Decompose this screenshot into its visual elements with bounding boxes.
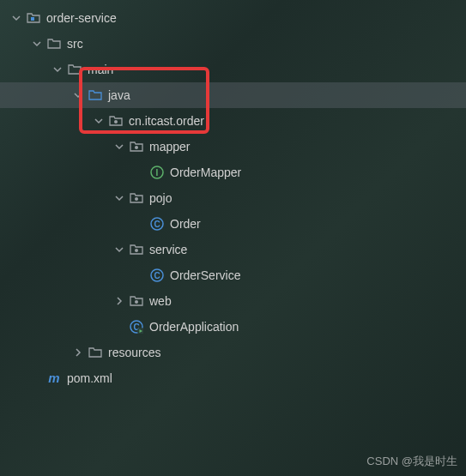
tree-item-label: web — [149, 294, 172, 308]
tree-item-label: cn.itcast.order — [129, 114, 204, 128]
folder-icon — [67, 62, 82, 77]
folder-icon — [88, 345, 103, 360]
tree-item-package[interactable]: pojo — [0, 185, 466, 211]
chevron-down-icon[interactable] — [113, 244, 125, 256]
tree-item-label: pom.xml — [67, 371, 112, 385]
tree-item-folder[interactable]: resources — [0, 340, 466, 365]
tree-item-class-runnable[interactable]: OrderApplication — [0, 314, 466, 340]
tree-item-label: service — [149, 243, 187, 256]
tree-item-package[interactable]: service — [0, 237, 466, 262]
class-icon — [149, 268, 165, 283]
tree-item-label: src — [67, 37, 83, 51]
tree-item-package[interactable]: cn.itcast.order — [0, 108, 466, 134]
chevron-right-icon[interactable] — [113, 295, 125, 307]
interface-icon — [149, 165, 165, 180]
tree-item-label: mapper — [149, 140, 190, 154]
tree-item-label: resources — [108, 346, 160, 359]
tree-item-module[interactable]: order-service — [0, 5, 466, 31]
package-icon — [129, 293, 144, 309]
chevron-down-icon[interactable] — [113, 141, 125, 153]
folder-source-icon — [88, 87, 103, 103]
chevron-down-icon[interactable] — [51, 63, 64, 75]
tree-item-label: main — [88, 63, 113, 76]
watermark: CSDN @我是时生 — [366, 454, 457, 469]
tree-item-label: order-service — [46, 11, 117, 25]
tree-item-source-folder[interactable]: java — [0, 82, 466, 108]
tree-item-class[interactable]: OrderService — [0, 262, 466, 288]
chevron-down-icon[interactable] — [113, 192, 125, 204]
module-icon — [26, 10, 41, 26]
tree-item-label: OrderMapper — [170, 166, 241, 179]
folder-icon — [46, 36, 62, 51]
tree-item-label: pojo — [149, 191, 172, 205]
tree-item-label: OrderApplication — [149, 320, 239, 334]
maven-icon — [46, 371, 62, 386]
chevron-down-icon[interactable] — [31, 38, 43, 50]
project-tree: order-service src main java cn.itcast.or… — [0, 0, 466, 391]
package-icon — [129, 139, 144, 154]
class-runnable-icon — [129, 319, 144, 334]
tree-item-class[interactable]: Order — [0, 211, 466, 237]
tree-item-interface[interactable]: OrderMapper — [0, 160, 466, 185]
chevron-right-icon[interactable] — [72, 346, 84, 359]
tree-item-package[interactable]: web — [0, 288, 466, 314]
tree-item-label: Order — [170, 217, 201, 231]
tree-item-folder[interactable]: src — [0, 31, 466, 57]
chevron-down-icon[interactable] — [72, 89, 84, 101]
class-icon — [149, 216, 165, 232]
package-icon — [129, 190, 144, 206]
tree-item-file[interactable]: pom.xml — [0, 365, 466, 391]
package-icon — [108, 113, 124, 129]
chevron-down-icon[interactable] — [93, 115, 105, 127]
tree-item-label: java — [108, 88, 130, 102]
tree-item-folder[interactable]: main — [0, 57, 466, 82]
tree-item-package[interactable]: mapper — [0, 134, 466, 160]
chevron-down-icon[interactable] — [10, 12, 22, 24]
tree-item-label: OrderService — [170, 268, 240, 282]
package-icon — [129, 242, 144, 257]
